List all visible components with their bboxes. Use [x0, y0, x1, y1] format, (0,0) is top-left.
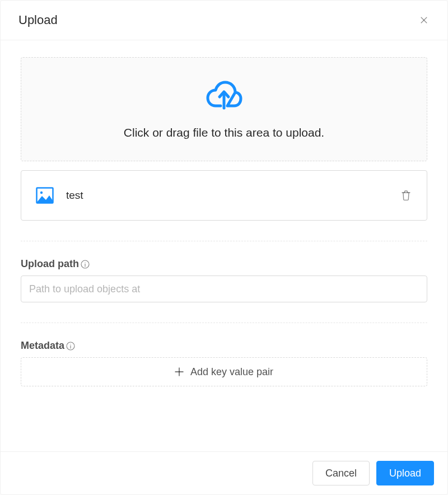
info-icon[interactable] — [80, 259, 90, 269]
upload-button-label: Upload — [389, 468, 421, 479]
svg-point-4 — [40, 192, 43, 194]
close-icon — [419, 15, 429, 25]
cancel-button-label: Cancel — [325, 468, 357, 479]
add-key-value-button[interactable]: Add key value pair — [21, 357, 427, 386]
file-dropzone[interactable]: Click or drag file to this area to uploa… — [21, 57, 427, 161]
file-name: test — [66, 189, 388, 202]
delete-file-button[interactable] — [400, 189, 412, 202]
modal-header: Upload — [1, 1, 447, 40]
cancel-button[interactable]: Cancel — [312, 461, 370, 485]
modal-footer: Cancel Upload — [1, 451, 447, 494]
plus-icon — [175, 367, 184, 376]
metadata-label-text: Metadata — [21, 340, 64, 352]
svg-point-10 — [70, 343, 71, 344]
file-list-item: test — [21, 170, 427, 221]
dropzone-text: Click or drag file to this area to uploa… — [32, 126, 416, 139]
cloud-upload-icon — [204, 78, 244, 110]
svg-point-7 — [85, 261, 85, 262]
close-button[interactable] — [417, 13, 431, 27]
upload-path-label: Upload path — [21, 258, 427, 270]
modal-body: Click or drag file to this area to uploa… — [1, 40, 447, 451]
add-key-value-label: Add key value pair — [190, 366, 273, 378]
metadata-label: Metadata — [21, 340, 427, 352]
info-icon[interactable] — [66, 341, 76, 351]
upload-modal: Upload Click or drag file to this area t… — [0, 0, 448, 495]
modal-title: Upload — [18, 13, 58, 27]
section-divider — [21, 241, 427, 241]
upload-path-label-text: Upload path — [21, 258, 79, 270]
image-file-icon — [36, 186, 54, 204]
upload-button[interactable]: Upload — [376, 461, 434, 485]
trash-icon — [401, 190, 411, 201]
section-divider — [21, 323, 427, 323]
upload-path-input[interactable] — [21, 275, 427, 302]
